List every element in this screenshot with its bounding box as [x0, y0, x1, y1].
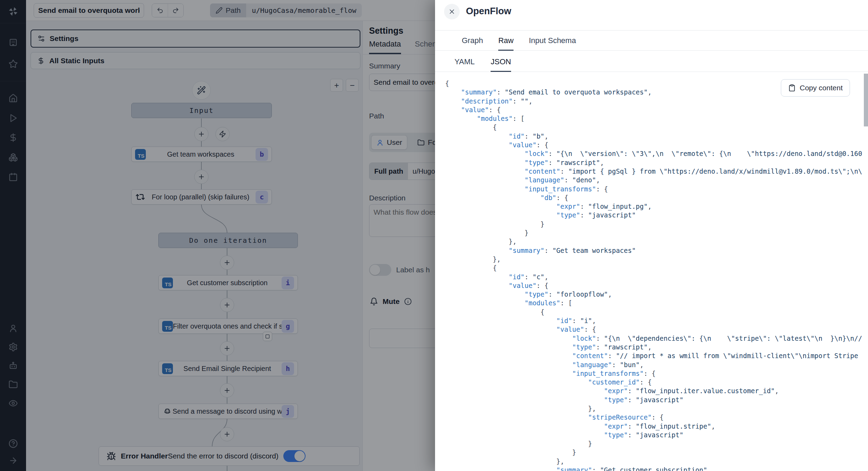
- drawer-tab-graph[interactable]: Graph: [462, 36, 483, 51]
- close-drawer-button[interactable]: [444, 4, 460, 19]
- format-tab-yaml[interactable]: YAML: [454, 57, 475, 72]
- copy-content-label: Copy content: [800, 84, 843, 92]
- drawer-title: OpenFlow: [466, 6, 511, 17]
- format-tab-json[interactable]: JSON: [491, 57, 511, 72]
- drawer-header: OpenFlow: [435, 0, 868, 31]
- drawer-scrollbar-thumb[interactable]: [864, 74, 868, 126]
- windmill-flow-editor: Path u/HugoCasa/memorable_flow Settings: [0, 0, 868, 471]
- openflow-drawer: OpenFlow GraphRawInput Schema YAMLJSON C…: [435, 0, 868, 471]
- clipboard-icon: [788, 84, 796, 92]
- drawer-tabs: GraphRawInput Schema: [435, 31, 868, 51]
- copy-content-button[interactable]: Copy content: [781, 79, 850, 97]
- drawer-tab-input-schema[interactable]: Input Schema: [529, 36, 576, 51]
- json-code-viewer[interactable]: { "summary": "Send email to overquota wo…: [445, 79, 862, 471]
- drawer-backdrop[interactable]: [0, 0, 435, 471]
- format-tabs: YAMLJSON: [435, 49, 868, 72]
- close-icon: [448, 8, 456, 15]
- drawer-tab-raw[interactable]: Raw: [498, 36, 514, 51]
